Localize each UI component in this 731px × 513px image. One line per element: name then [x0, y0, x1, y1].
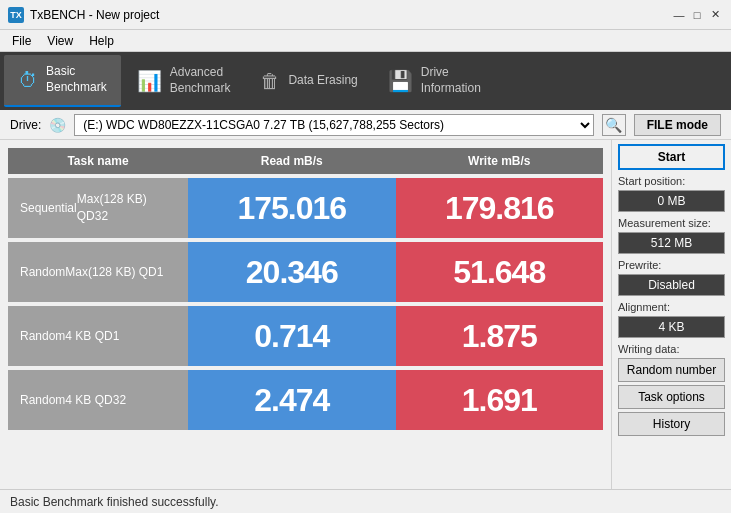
- row-0-write: 179.816: [396, 178, 604, 238]
- row-0-label: SequentialMax(128 KB) QD32: [8, 178, 188, 238]
- status-bar: Basic Benchmark finished successfully.: [0, 489, 731, 513]
- toolbar-basic-benchmark[interactable]: ⏱ BasicBenchmark: [4, 55, 121, 107]
- toolbar-advanced-benchmark[interactable]: 📊 AdvancedBenchmark: [123, 55, 245, 107]
- row-1-write: 51.648: [396, 242, 604, 302]
- drive-refresh-button[interactable]: 🔍: [602, 114, 626, 136]
- drive-select[interactable]: (E:) WDC WD80EZZX-11CSGA0 7.27 TB (15,62…: [74, 114, 593, 136]
- start-button[interactable]: Start: [618, 144, 725, 170]
- row-1-label: RandomMax(128 KB) QD1: [8, 242, 188, 302]
- minimize-button[interactable]: —: [671, 7, 687, 23]
- measurement-size-label: Measurement size:: [618, 217, 725, 229]
- header-write: Write mB/s: [396, 148, 604, 174]
- title-text: TxBENCH - New project: [30, 8, 159, 22]
- history-button[interactable]: History: [618, 412, 725, 436]
- alignment-label: Alignment:: [618, 301, 725, 313]
- menu-view[interactable]: View: [39, 32, 81, 50]
- row-2-label: Random4 KB QD1: [8, 306, 188, 366]
- start-position-label: Start position:: [618, 175, 725, 187]
- app-icon: TX: [8, 7, 24, 23]
- row-1-read: 20.346: [188, 242, 396, 302]
- toolbar-advanced-benchmark-label: AdvancedBenchmark: [170, 65, 231, 96]
- drive-information-icon: 💾: [388, 69, 413, 93]
- bench-header: Task name Read mB/s Write mB/s: [8, 148, 603, 174]
- row-3-label: Random4 KB QD32: [8, 370, 188, 430]
- toolbar: ⏱ BasicBenchmark 📊 AdvancedBenchmark 🗑 D…: [0, 52, 731, 110]
- data-erasing-icon: 🗑: [260, 70, 280, 93]
- toolbar-drive-information-label: DriveInformation: [421, 65, 481, 96]
- row-3-read: 2.474: [188, 370, 396, 430]
- basic-benchmark-icon: ⏱: [18, 69, 38, 92]
- title-bar: TX TxBENCH - New project — □ ✕: [0, 0, 731, 30]
- writing-data-label: Writing data:: [618, 343, 725, 355]
- close-button[interactable]: ✕: [707, 7, 723, 23]
- start-position-value: 0 MB: [618, 190, 725, 212]
- menu-bar: File View Help: [0, 30, 731, 52]
- writing-data-button[interactable]: Random number: [618, 358, 725, 382]
- drive-row: Drive: 💿 (E:) WDC WD80EZZX-11CSGA0 7.27 …: [0, 110, 731, 140]
- header-read: Read mB/s: [188, 148, 396, 174]
- title-bar-left: TX TxBENCH - New project: [8, 7, 159, 23]
- table-row: Random4 KB QD32 2.474 1.691: [8, 370, 603, 430]
- row-2-read: 0.714: [188, 306, 396, 366]
- table-row: Random4 KB QD1 0.714 1.875: [8, 306, 603, 366]
- row-2-write: 1.875: [396, 306, 604, 366]
- maximize-button[interactable]: □: [689, 7, 705, 23]
- toolbar-data-erasing[interactable]: 🗑 Data Erasing: [246, 55, 371, 107]
- title-controls: — □ ✕: [671, 7, 723, 23]
- header-task: Task name: [8, 148, 188, 174]
- advanced-benchmark-icon: 📊: [137, 69, 162, 93]
- alignment-value: 4 KB: [618, 316, 725, 338]
- table-row: SequentialMax(128 KB) QD32 175.016 179.8…: [8, 178, 603, 238]
- measurement-size-value: 512 MB: [618, 232, 725, 254]
- drive-icon: 💿: [49, 117, 66, 133]
- prewrite-label: Prewrite:: [618, 259, 725, 271]
- menu-file[interactable]: File: [4, 32, 39, 50]
- right-panel: Start Start position: 0 MB Measurement s…: [611, 140, 731, 489]
- file-mode-button[interactable]: FILE mode: [634, 114, 721, 136]
- drive-label: Drive:: [10, 118, 41, 132]
- prewrite-value: Disabled: [618, 274, 725, 296]
- benchmark-table: Task name Read mB/s Write mB/s Sequentia…: [0, 140, 611, 489]
- toolbar-basic-benchmark-label: BasicBenchmark: [46, 64, 107, 95]
- task-options-button[interactable]: Task options: [618, 385, 725, 409]
- toolbar-drive-information[interactable]: 💾 DriveInformation: [374, 55, 495, 107]
- row-0-read: 175.016: [188, 178, 396, 238]
- main-content: Task name Read mB/s Write mB/s Sequentia…: [0, 140, 731, 489]
- status-text: Basic Benchmark finished successfully.: [10, 495, 219, 509]
- table-row: RandomMax(128 KB) QD1 20.346 51.648: [8, 242, 603, 302]
- row-3-write: 1.691: [396, 370, 604, 430]
- toolbar-data-erasing-label: Data Erasing: [288, 73, 357, 89]
- menu-help[interactable]: Help: [81, 32, 122, 50]
